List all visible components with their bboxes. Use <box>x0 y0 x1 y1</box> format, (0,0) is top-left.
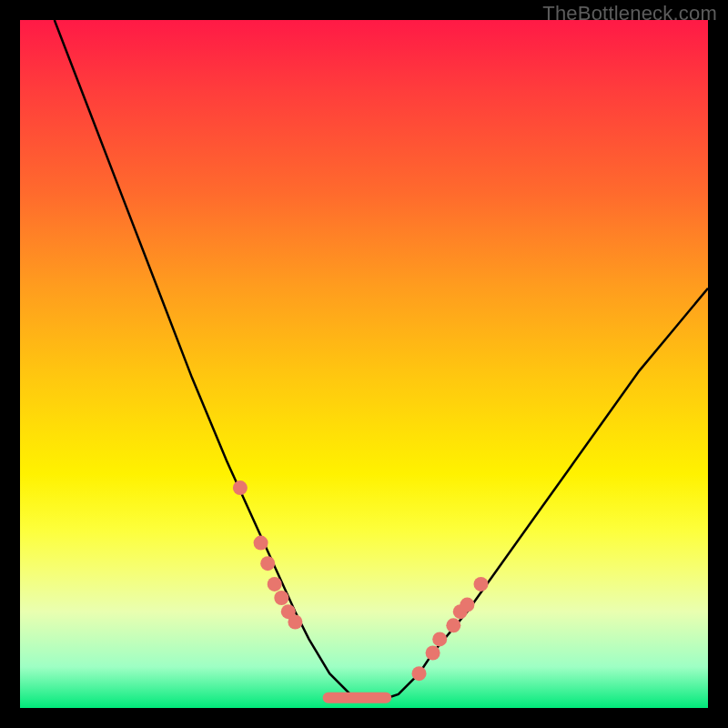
left-outlier-1 <box>233 480 248 495</box>
right-cluster-4 <box>446 618 460 632</box>
left-cluster-4 <box>274 591 288 605</box>
bottleneck-curve <box>55 20 708 701</box>
left-cluster-2 <box>260 556 275 571</box>
right-outlier-1 <box>474 577 489 592</box>
left-cluster-3 <box>268 577 282 592</box>
right-cluster-1 <box>412 666 427 681</box>
valley-flat-segment <box>323 693 392 703</box>
chart-frame <box>20 20 708 708</box>
markers-group <box>233 480 489 681</box>
right-cluster-3 <box>432 632 447 646</box>
right-cluster-2 <box>426 646 440 661</box>
left-cluster-6 <box>288 615 302 630</box>
chart-svg <box>20 20 708 708</box>
right-cluster-6 <box>460 598 474 612</box>
watermark-text: TheBottleneck.com <box>542 2 717 25</box>
left-cluster-1 <box>254 536 268 551</box>
